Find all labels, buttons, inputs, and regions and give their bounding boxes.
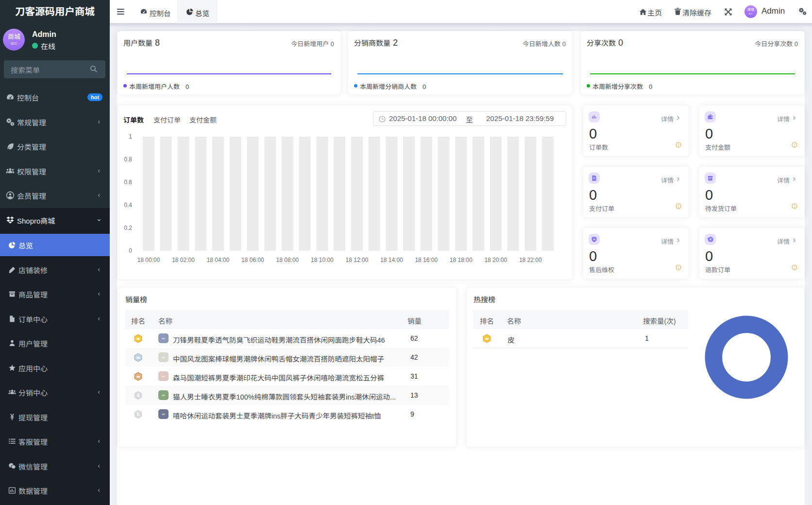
svg-text:0.2: 0.2 [124,225,132,231]
svg-text:18 20:00: 18 20:00 [484,257,507,263]
svg-text:0.6: 0.6 [124,179,132,186]
svg-text:0.8: 0.8 [124,156,132,163]
svg-text:18 22:00: 18 22:00 [519,257,542,263]
svg-text:18 00:00: 18 00:00 [137,257,160,263]
svg-text:0: 0 [129,247,132,254]
svg-text:5: 5 [137,412,140,417]
svg-text:18 18:00: 18 18:00 [450,257,473,263]
svg-text:1: 1 [129,133,132,140]
svg-text:4: 4 [137,393,140,398]
svg-text:0.4: 0.4 [124,202,132,209]
svg-text:18 12:00: 18 12:00 [346,257,369,263]
svg-text:18 16:00: 18 16:00 [415,257,438,263]
svg-text:18 14:00: 18 14:00 [380,257,403,263]
svg-text:18 10:00: 18 10:00 [311,257,334,263]
svg-text:18 02:00: 18 02:00 [172,257,195,263]
svg-text:18 08:00: 18 08:00 [276,257,299,263]
svg-text:18 04:00: 18 04:00 [207,257,230,263]
svg-text:18 06:00: 18 06:00 [241,257,264,263]
